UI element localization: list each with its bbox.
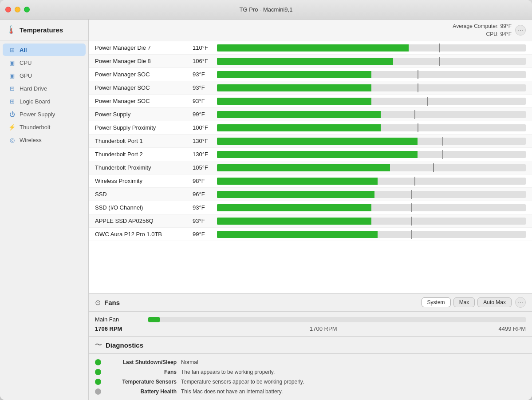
temp-bar-container [217,58,526,65]
temp-name: Power Manager Die 8 [95,58,193,64]
list-item: Temperature SensorsTemperature sensors a… [95,377,526,387]
table-row: Thunderbolt Port 2130°F [89,148,532,161]
temp-bar-fill [217,71,371,78]
sidebar-nav: ⊞All▣CPU▣GPU⊟Hard Drive⊞Logic Board⏻Powe… [0,40,88,400]
temp-name: Thunderbolt Proximity [95,164,193,171]
temp-value: 110°F [193,44,217,51]
diagnostics-section: 〜 Diagnostics Last Shutdown/SleepNormalF… [89,337,532,400]
sidebar: 🌡️ Temperatures ⊞All▣CPU▣GPU⊟Hard Drive⊞… [0,20,89,400]
table-row: APPLE SSD AP0256Q93°F [89,214,532,228]
fan-control-auto-max-button[interactable]: Auto Max [477,297,512,307]
traffic-lights [5,7,30,12]
temp-value: 96°F [193,191,217,198]
temp-bar-marker [418,83,418,92]
sidebar-item-power-supply[interactable]: ⏻Power Supply [3,108,86,120]
sidebar-item-thunderbolt[interactable]: ⚡Thunderbolt [3,121,86,133]
fan-rpm-current: 1706 RPM [95,325,148,332]
table-row: Power Supply Proximity100°F [89,121,532,135]
temp-value: 100°F [193,124,217,131]
temp-value: 106°F [193,58,217,64]
status-dot-green [95,369,101,375]
list-item: Main Fan1706 RPM1700 RPM4499 RPM [95,316,526,332]
temp-bar-container [217,124,526,131]
temp-bar-fill [217,151,418,158]
temp-value: 99°F [193,111,217,118]
fans-title: Fans [104,299,422,306]
sidebar-item-label-power-supply: Power Supply [20,111,55,118]
fan-rpm-max: 4499 RPM [499,325,526,332]
list-item: FansThe fan appears to be working proper… [95,367,526,377]
diag-key: Temperature Sensors [106,379,177,385]
close-button[interactable] [5,7,11,12]
temp-name: Power Supply Proximity [95,124,193,131]
header-more-button[interactable]: ··· [515,25,526,36]
sidebar-item-all[interactable]: ⊞All [3,44,86,56]
temp-bar-marker [439,57,440,66]
power-supply-icon: ⏻ [8,110,16,118]
temp-bar-fill [217,124,381,131]
table-row: Power Manager Die 8106°F [89,55,532,68]
table-row: OWC Aura P12 Pro 1.0TB99°F [89,228,532,241]
temp-bar-fill [217,218,371,225]
window-title: TG Pro - Macmini9,1 [240,6,293,13]
avg-computer: Average Computer: 99°F [453,22,512,30]
temp-value: 99°F [193,231,217,238]
temp-bar-container [217,191,526,198]
maximize-button[interactable] [24,7,30,12]
temp-bar-marker [442,150,443,159]
temp-name: Power Manager SOC [95,71,193,78]
temp-bar-fill [217,164,390,171]
fan-bar-fill [148,317,160,322]
table-row: Power Supply99°F [89,108,532,121]
sidebar-item-hard-drive[interactable]: ⊟Hard Drive [3,82,86,95]
main-content: 🌡️ Temperatures ⊞All▣CPU▣GPU⊟Hard Drive⊞… [0,20,532,400]
temp-bar-marker [439,44,440,52]
temp-value: 105°F [193,164,217,171]
fan-rpm-min: 1700 RPM [310,325,337,332]
list-item: Last Shutdown/SleepNormal [95,357,526,367]
temp-bar-container [217,151,526,158]
temp-bar-container [217,231,526,238]
temp-name: OWC Aura P12 Pro 1.0TB [95,231,193,238]
logic-board-icon: ⊞ [8,97,16,105]
temp-value: 93°F [193,84,217,91]
temp-bar-fill [217,98,371,105]
panel-header: Average Computer: 99°F CPU: 94°F ··· [89,20,532,41]
fan-control-system-button[interactable]: System [422,297,451,307]
temp-bar-marker [414,177,415,186]
sidebar-item-cpu[interactable]: ▣CPU [3,56,86,69]
sidebar-item-wireless[interactable]: ◎Wireless [3,134,86,146]
diag-value: The fan appears to be working properly. [181,369,275,375]
table-row: SSD96°F [89,188,532,201]
temp-name: Thunderbolt Port 2 [95,151,193,158]
temp-name: Power Manager SOC [95,84,193,91]
temp-bar-fill [217,191,374,198]
sidebar-header: 🌡️ Temperatures [0,20,88,40]
temp-bar-marker [411,230,412,239]
table-row: Wireless Proximity98°F [89,174,532,188]
temp-bar-marker [411,203,412,212]
temp-bar-container [217,178,526,185]
temp-bar-fill [217,231,378,238]
temp-bar-container [217,111,526,118]
list-item: Battery HealthThis Mac does not have an … [95,387,526,396]
sidebar-item-label-hard-drive: Hard Drive [20,85,47,92]
thunderbolt-icon: ⚡ [8,123,16,131]
hard-drive-icon: ⊟ [8,84,16,92]
table-row: Thunderbolt Proximity105°F [89,161,532,174]
sidebar-item-label-all: All [20,47,27,53]
fans-more-button[interactable]: ··· [515,297,526,308]
temp-name: Power Manager SOC [95,98,193,104]
fan-control-max-button[interactable]: Max [453,297,475,307]
minimize-button[interactable] [15,7,20,12]
temp-bar-fill [217,178,378,185]
sidebar-item-logic-board[interactable]: ⊞Logic Board [3,95,86,107]
avg-info: Average Computer: 99°F CPU: 94°F [453,22,512,38]
temp-value: 98°F [193,178,217,184]
temp-bar-marker [411,217,412,226]
status-dot-green [95,359,101,365]
fan-name: Main Fan [95,316,148,323]
temp-value: 93°F [193,204,217,211]
sidebar-item-gpu[interactable]: ▣GPU [3,69,86,82]
diag-value: Temperature sensors appear to be working… [181,379,304,385]
